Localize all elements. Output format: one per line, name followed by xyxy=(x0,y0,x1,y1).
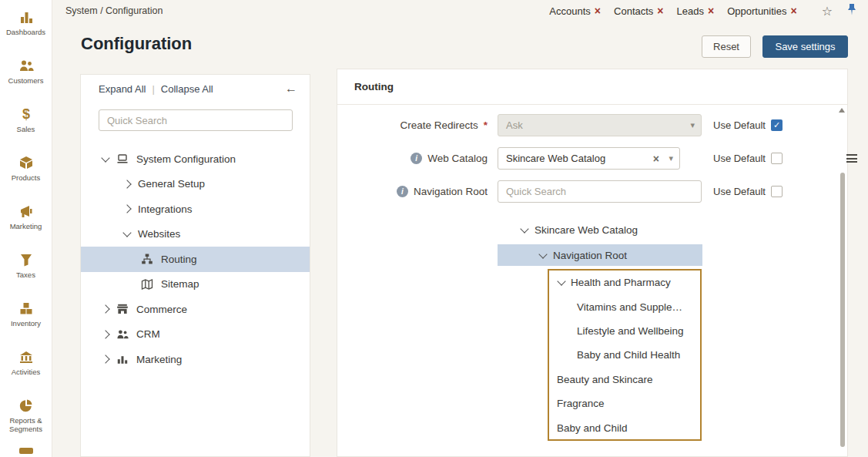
tree-quick-search-input[interactable] xyxy=(99,109,293,131)
chevron-down-icon[interactable] xyxy=(122,229,131,237)
close-icon[interactable]: × xyxy=(790,5,796,16)
store-icon xyxy=(116,303,129,315)
sidebar-item-sales[interactable]: $ Sales xyxy=(0,103,52,152)
panel-title: Routing xyxy=(337,69,847,105)
tree-item-websites[interactable]: Websites xyxy=(81,222,310,247)
sidebar-item-inventory[interactable]: Inventory xyxy=(0,297,52,346)
tree-item-routing[interactable]: Routing xyxy=(81,247,310,272)
use-default-checkbox[interactable] xyxy=(771,186,783,197)
tab-accounts[interactable]: Accounts × xyxy=(549,5,601,17)
tree-item-integrations[interactable]: Integrations xyxy=(81,197,310,222)
tree-item-system-configuration[interactable]: System Configuration xyxy=(81,146,310,172)
catalog-highlight-box: Health and Pharmacy Vitamins and Supple…… xyxy=(548,269,702,441)
chevron-right-icon[interactable] xyxy=(122,205,131,213)
form-row-web-catalog: Web Catalog Skincare Web Catalog Use Def… xyxy=(337,147,847,170)
close-icon[interactable]: × xyxy=(708,5,714,16)
chevron-right-icon[interactable] xyxy=(101,355,109,364)
use-default-label: Use Default xyxy=(713,180,766,203)
web-catalog-control: Skincare Web Catalog xyxy=(498,147,702,170)
sidebar-item-taxes[interactable]: Taxes xyxy=(0,249,52,297)
navigation-root-label: Navigation Root xyxy=(337,180,488,203)
reset-button[interactable]: Reset xyxy=(702,35,751,58)
catalog-node-baby-and-child-health[interactable]: Baby and Child Health xyxy=(549,343,700,367)
chevron-down-icon[interactable] xyxy=(520,224,528,233)
catalog-node-skincare-web-catalog[interactable]: Skincare Web Catalog xyxy=(521,220,638,240)
sidebar-item-reports-segments[interactable]: Reports & Segments xyxy=(0,395,52,443)
scroll-up-arrow[interactable] xyxy=(839,108,845,113)
catalog-node-vitamins-and-supplements[interactable]: Vitamins and Supple… xyxy=(549,294,700,318)
favorite-star-icon[interactable]: ☆ xyxy=(822,4,833,18)
sidebar-item-label: Sales xyxy=(17,125,35,133)
configuration-tree: System Configuration General Setup Integ… xyxy=(81,146,310,372)
info-icon[interactable] xyxy=(397,186,408,197)
catalog-node-fragrance[interactable]: Fragrance xyxy=(549,391,700,415)
building-icon xyxy=(18,349,34,365)
use-default-checkbox[interactable] xyxy=(771,119,783,131)
save-settings-button[interactable]: Save settings xyxy=(762,35,848,58)
chevron-down-icon xyxy=(690,120,695,130)
catalog-node-label: Lifestyle and Wellbeing xyxy=(577,325,684,337)
tree-item-crm[interactable]: CRM xyxy=(81,322,310,348)
sidebar-item-label: Dashboards xyxy=(6,28,45,36)
tree-item-label: System Configuration xyxy=(136,153,236,165)
sidebar-item-products[interactable]: Products xyxy=(0,152,52,200)
tree-item-sitemap[interactable]: Sitemap xyxy=(81,272,310,297)
chevron-right-icon[interactable] xyxy=(101,305,109,314)
close-icon[interactable]: × xyxy=(595,5,601,16)
catalog-node-baby-and-child[interactable]: Baby and Child xyxy=(549,415,700,439)
chevron-down-icon[interactable] xyxy=(538,250,547,258)
create-redirects-select[interactable]: Ask xyxy=(498,114,702,136)
tab-opportunities[interactable]: Opportunities × xyxy=(727,5,797,17)
people-icon xyxy=(116,328,129,341)
scrollbar-thumb[interactable] xyxy=(840,173,845,447)
tree-item-marketing[interactable]: Marketing xyxy=(81,347,310,372)
sidebar-item-dashboards[interactable]: Dashboards xyxy=(0,6,52,55)
catalog-node-label: Navigation Root xyxy=(553,250,627,261)
people-icon xyxy=(18,58,34,73)
catalog-node-health-and-pharmacy[interactable]: Health and Pharmacy xyxy=(549,271,700,294)
catalog-node-navigation-root-selected[interactable]: Navigation Root xyxy=(498,244,702,266)
boxes-icon xyxy=(18,301,34,316)
chevron-down-icon[interactable] xyxy=(557,277,565,286)
bar-chart-icon xyxy=(116,353,129,365)
tree-item-commerce[interactable]: Commerce xyxy=(81,297,310,322)
collapse-all-link[interactable]: Collapse All xyxy=(161,83,213,95)
catalog-list-button[interactable] xyxy=(845,147,859,170)
catalog-node-label: Health and Pharmacy xyxy=(571,277,671,288)
system-icon xyxy=(116,153,129,165)
tree-item-label: Routing xyxy=(161,254,197,265)
select-value: Ask xyxy=(506,119,523,131)
page-title: Configuration xyxy=(81,34,192,54)
tree-item-label: Commerce xyxy=(136,304,187,315)
sidebar-item-partial-icon[interactable] xyxy=(19,448,33,454)
field-label-text: Web Catalog xyxy=(427,153,488,164)
sidebar-item-marketing[interactable]: Marketing xyxy=(0,200,52,249)
catalog-node-lifestyle-and-wellbeing[interactable]: Lifestyle and Wellbeing xyxy=(549,319,700,343)
collapse-panel-arrow-icon[interactable] xyxy=(285,82,297,95)
chevron-right-icon[interactable] xyxy=(101,330,109,338)
sidebar-item-label: Inventory xyxy=(11,319,41,328)
chevron-right-icon[interactable] xyxy=(122,180,131,188)
sidebar-item-customers[interactable]: Customers xyxy=(0,55,52,103)
tree-item-general-setup[interactable]: General Setup xyxy=(81,172,310,197)
use-default-checkbox[interactable] xyxy=(771,153,783,164)
navigation-root-search-input[interactable] xyxy=(498,180,702,203)
catalog-node-beauty-and-skincare[interactable]: Beauty and Skincare xyxy=(549,368,700,391)
tab-label: Contacts xyxy=(614,5,653,17)
sitemap-icon xyxy=(141,253,153,265)
use-default-label: Use Default xyxy=(713,147,766,170)
pin-icon[interactable] xyxy=(846,3,857,18)
chevron-down-icon xyxy=(669,153,673,163)
chevron-down-icon[interactable] xyxy=(101,153,109,162)
sidebar-item-activities[interactable]: Activities xyxy=(0,346,52,395)
close-icon[interactable]: × xyxy=(657,5,663,16)
expand-all-link[interactable]: Expand All xyxy=(99,83,146,95)
tab-contacts[interactable]: Contacts × xyxy=(614,5,664,17)
tab-leads[interactable]: Leads × xyxy=(677,5,715,17)
select-value: Skincare Web Catalog xyxy=(506,153,605,164)
info-icon[interactable] xyxy=(411,153,422,164)
catalog-node-label: Baby and Child xyxy=(557,422,628,434)
tree-item-label: Websites xyxy=(138,228,180,240)
clear-icon[interactable] xyxy=(653,153,659,164)
web-catalog-select[interactable]: Skincare Web Catalog xyxy=(498,147,680,170)
